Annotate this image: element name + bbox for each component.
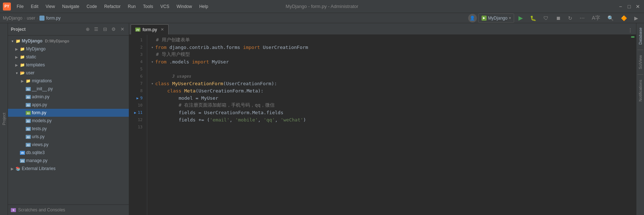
tree-item-models[interactable]: ▶ py models.py [8, 117, 129, 125]
db-icon: db [20, 151, 25, 155]
menu-vcs[interactable]: VCS [157, 3, 172, 11]
maximize-button[interactable]: □ [626, 3, 632, 10]
file-icon [39, 16, 45, 21]
menu-edit[interactable]: Edit [28, 3, 41, 11]
right-tab-notifications[interactable]: Notifications [637, 75, 644, 106]
folder-icon: 📁 [16, 38, 21, 44]
code-comma2-12: , [258, 117, 264, 123]
tree-arrow-sub: ▶ [14, 47, 19, 51]
fold-btn-4[interactable]: ▾ [150, 59, 154, 64]
folder-icon-migrations: 📁 [26, 78, 31, 83]
scratches-item[interactable]: S Scratches and Consoles [8, 205, 129, 215]
fold-btn-2[interactable]: ▾ [150, 45, 154, 49]
close-button[interactable]: ✕ [635, 3, 641, 10]
menu-code[interactable]: Code [84, 3, 100, 11]
sidebar-title: Project [11, 27, 82, 32]
sidebar-header: Project ⊕ ☰ ⊟ ⚙ ✕ [8, 23, 129, 36]
tab-close-btn[interactable]: ✕ [161, 27, 164, 32]
code-val-9: MyUser [201, 95, 218, 101]
breadcrumb-filename: form.py [46, 16, 60, 21]
code-str3-12: 'qq' [263, 117, 275, 123]
breadcrumb-sep2: › [37, 16, 38, 21]
line-indicator-9: ▶ [136, 96, 139, 100]
breadcrumb-file: form.py [39, 16, 60, 21]
stop-button[interactable]: ⏹ [553, 13, 564, 23]
search-button[interactable]: 🔍 [605, 13, 617, 23]
tree-item-tests[interactable]: ▶ py tests.py [8, 125, 129, 133]
plugin-btn2[interactable]: ▶ [631, 13, 641, 23]
tree-label-admin: admin.py [32, 94, 50, 99]
code-classname-7: MyUserCreationForm [172, 81, 223, 86]
right-tab-divider1 [637, 50, 643, 50]
tree-item-form[interactable]: ▶ py form.py [8, 109, 129, 117]
editor-tabs: py form.py ✕ ⋮ [129, 23, 636, 35]
tree-label-views: views.py [32, 142, 48, 147]
breadcrumb-project[interactable]: MyDjango [3, 16, 22, 21]
tabs-menu-btn[interactable]: ⋮ [626, 26, 635, 34]
right-tab-database[interactable]: Database [637, 23, 644, 49]
code-comment-10: # 在注册页面添加邮箱，手机号码，qq，微信 [179, 102, 275, 108]
tree-item-external[interactable]: ▶ 📚 External Libraries [8, 165, 129, 173]
right-gutter [630, 35, 636, 215]
more-button[interactable]: ⋯ [577, 13, 588, 23]
code-line-13 [150, 123, 630, 131]
sidebar-settings-btn[interactable]: ⚙ [110, 26, 117, 33]
tree-item-apps[interactable]: ▶ py apps.py [8, 101, 129, 109]
fold-btn-7[interactable]: ▾ [150, 81, 154, 86]
tree-item-user[interactable]: ▾ 📂 user [8, 69, 129, 77]
run-button[interactable]: ▶ [516, 13, 526, 23]
breadcrumb-user[interactable]: user [27, 16, 35, 21]
profile-button[interactable]: 👤 [468, 14, 477, 22]
plugin-btn1[interactable]: 🔶 [618, 13, 630, 23]
right-panel: Database SciView Notifications [636, 23, 644, 215]
menu-refactor[interactable]: Refactor [101, 3, 123, 11]
menu-window[interactable]: Window [174, 3, 195, 11]
line-num-4: 4 [140, 58, 143, 65]
sidebar-scroll-btn[interactable]: ☰ [93, 26, 100, 33]
tree-item-admin[interactable]: ▶ py admin.py [8, 93, 129, 101]
editor-tab-form[interactable]: py form.py ✕ [131, 24, 169, 34]
line-num-3: 3 [140, 51, 143, 58]
translate-button[interactable]: A字 [589, 13, 603, 23]
sidebar-add-btn[interactable]: ⊕ [84, 26, 91, 33]
tree-item-mydjango-root[interactable]: ▾ 📁 MyDjango D:\MyDjango [8, 37, 129, 45]
tree-item-init[interactable]: ▶ py __init__.py [8, 85, 129, 93]
tab-label: form.py [143, 27, 157, 32]
menu-tools[interactable]: Tools [140, 3, 156, 11]
debug-button[interactable]: 🐛 [527, 13, 539, 23]
menu-navigate[interactable]: Navigate [59, 3, 82, 11]
code-indent-12 [156, 117, 179, 123]
config-dropdown-icon: ▾ [509, 16, 511, 20]
tree-item-manage[interactable]: ▶ py manage.py [8, 157, 129, 165]
tree-label-models: models.py [32, 118, 52, 123]
tree-label-manage: manage.py [26, 158, 47, 163]
tree-item-static[interactable]: ▶ 📁 static [8, 53, 129, 61]
usage-hint: 3 usages [150, 73, 630, 80]
code-class-2: UserCreationForm [260, 45, 308, 50]
sidebar-collapse-btn[interactable]: ⊟ [101, 26, 109, 33]
tree-item-templates[interactable]: ▶ 📁 templates [8, 61, 129, 69]
editor-area: py form.py ✕ ⋮ 1 2 3 4 5 6 7 8 ▶9 10 [129, 23, 636, 215]
project-tab[interactable]: Project [1, 110, 7, 128]
code-line-9: model = MyUser [150, 94, 630, 102]
sidebar-close-btn[interactable]: ✕ [119, 26, 126, 33]
py-icon-form: py [26, 111, 31, 115]
run-config-button[interactable]: ▶ MyDjango ▾ [478, 13, 514, 23]
menu-help[interactable]: Help [196, 3, 211, 11]
minimize-button[interactable]: − [617, 3, 624, 10]
tree-item-mydjango-sub[interactable]: ▶ 📁 MyDjango [8, 45, 129, 53]
coverage-button[interactable]: 🛡 [541, 13, 551, 23]
line-num-2: 2 [140, 44, 143, 51]
tree-item-urls[interactable]: ▶ py urls.py [8, 133, 129, 141]
right-tab-scview[interactable]: SciView [637, 51, 644, 74]
menu-view[interactable]: View [43, 3, 58, 11]
tree-item-migrations[interactable]: ▶ 📁 migrations [8, 77, 129, 85]
menu-run[interactable]: Run [125, 3, 139, 11]
code-content[interactable]: # 用户创建表单 ▾ from django.contrib.auth.form… [147, 35, 630, 215]
code-line-7: ▾ class MyUserCreationForm ( UserCreatio… [150, 80, 630, 87]
file-tree: ▾ 📁 MyDjango D:\MyDjango ▶ 📁 MyDjango ▶ … [8, 36, 129, 204]
tree-item-views[interactable]: ▶ py views.py [8, 141, 129, 149]
menu-file[interactable]: File [14, 3, 26, 11]
reload-button[interactable]: ↻ [565, 13, 575, 23]
tree-item-db[interactable]: ▶ db db.sqlite3 [8, 149, 129, 157]
